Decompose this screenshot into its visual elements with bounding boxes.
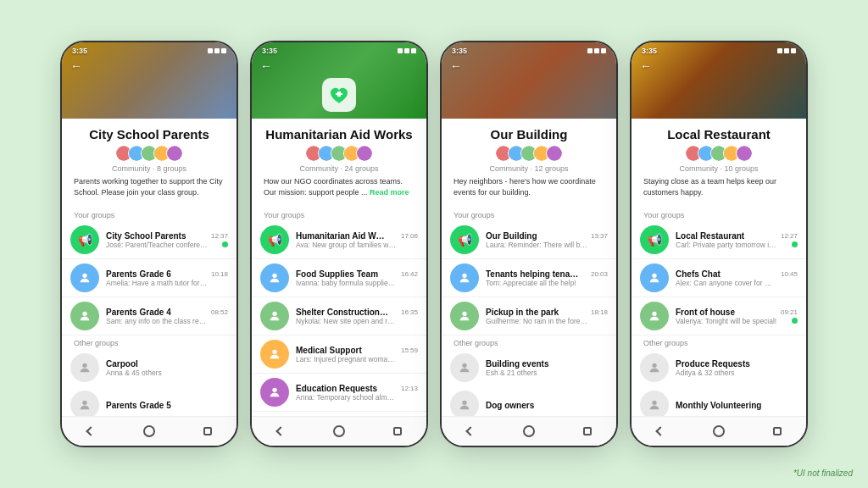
nav-recents-button[interactable] [200,424,215,439]
svg-point-13 [652,312,656,316]
group-item[interactable]: Parents Grade 610:18Amelia: Have a math … [62,259,236,297]
other-group-name: Monthly Volunteering [676,401,798,410]
community-subtitle: Community · 8 groups [74,164,225,173]
svg-point-8 [462,274,466,278]
svg-point-14 [652,363,656,368]
back-button[interactable]: ← [70,59,82,73]
group-time: 10:45 [781,270,798,278]
your-groups-label: Your groups [252,208,426,221]
svg-point-5 [272,312,276,316]
nav-home-button[interactable] [521,424,537,439]
group-name: Pickup in the park [486,308,559,317]
group-message: José: Parent/Teacher conferences ... [106,241,208,249]
other-group-item[interactable]: Building eventsEsh & 21 others [442,349,616,386]
disclaimer-text: *UI not finalized [793,469,853,478]
nav-home-button[interactable] [331,424,347,439]
nav-back-button[interactable] [463,424,478,439]
group-info: Humanitarian Aid Works17:06Ava: New grou… [296,231,418,249]
group-item[interactable]: Shelter Construction Team16:35Nykolai: N… [252,297,426,336]
phone-header-our-building: 3:35← [442,42,616,119]
other-group-item[interactable]: CarpoolAnna & 45 others [62,349,236,386]
nav-back-button[interactable] [273,424,288,439]
group-time: 13:37 [591,232,608,240]
back-button[interactable]: ← [260,59,272,73]
status-time: 3:35 [642,47,657,55]
unread-indicator [792,318,798,324]
other-group-item[interactable]: Monthly Volunteering [632,386,806,416]
group-item[interactable]: Tenants helping tenants20:03Tom: Appreci… [442,259,616,297]
community-info: Humanitarian Aid WorksCommunity · 24 gro… [252,119,426,208]
status-icons [398,48,416,53]
group-item[interactable]: Medical Support15:59Lars: Injured pregna… [252,336,426,374]
group-item[interactable]: 📢Humanitarian Aid Works17:06Ava: New gro… [252,221,426,259]
nav-recents-button[interactable] [580,424,595,439]
group-time: 12:27 [781,232,798,240]
back-button[interactable]: ← [450,59,462,73]
group-name: Front of house [676,308,735,317]
community-info: Local RestaurantCommunity · 10 groupsSta… [632,119,806,208]
other-group-item[interactable]: Produce RequestsAditya & 32 others [632,349,806,386]
phone-nav [252,416,426,446]
phone-humanitarian-aid: 3:35←Humanitarian Aid WorksCommunity · 2… [250,41,428,447]
group-name: Our Building [486,231,537,241]
other-group-info: Dog owners [486,401,608,410]
status-time: 3:35 [452,47,467,55]
community-subtitle: Community · 24 groups [264,164,415,173]
group-name: Tenants helping tenants [486,269,579,279]
community-title: Humanitarian Aid Works [264,127,415,141]
svg-point-15 [652,401,656,405]
other-groups-label: Other groups [442,336,616,349]
status-time: 3:35 [262,47,277,55]
group-info: Medical Support15:59Lars: Injured pregna… [296,346,418,363]
group-item[interactable]: Education Requests12:13Anna: Temporary s… [252,374,426,412]
group-name: Shelter Construction Team [296,308,389,317]
svg-point-3 [82,401,86,405]
other-group-item[interactable]: Parents Grade 5 [62,386,236,416]
status-bar: 3:35 [72,47,226,55]
community-subtitle: Community · 10 groups [643,164,794,173]
group-item[interactable]: Front of house09:21Valeriya: Tonight wil… [632,297,806,336]
phone-our-building: 3:35←Our BuildingCommunity · 12 groupsHe… [440,41,618,447]
phone-nav [442,416,616,446]
phone-header-local-restaurant: 3:35← [632,42,806,119]
group-item[interactable]: Pickup in the park18:18Guilherme: No rai… [442,297,616,336]
group-time: 12:13 [401,385,418,392]
nav-recents-button[interactable] [770,424,785,439]
group-time: 20:03 [591,270,608,278]
phone-nav [632,416,806,446]
read-more-link[interactable]: Read more [368,188,409,197]
nav-back-button[interactable] [83,424,98,439]
group-item[interactable]: Chefs Chat10:45Alex: Can anyone cover fo… [632,259,806,297]
community-title: City School Parents [74,127,225,141]
group-item[interactable]: 📢Our Building13:37Laura: Reminder: There… [442,221,616,259]
other-group-item[interactable]: Dog owners [442,386,616,416]
community-info: City School ParentsCommunity · 8 groupsP… [62,119,236,208]
group-name: Education Requests [296,384,377,393]
group-item[interactable]: Parents Grade 408:52Sam: any info on the… [62,297,236,336]
nav-recents-button[interactable] [390,424,405,439]
phone-content: City School ParentsCommunity · 8 groupsP… [62,119,236,416]
other-group-info: Monthly Volunteering [676,401,798,410]
group-message: Ivanna: baby formula supplies running ..… [296,279,398,287]
phones-row: 3:35←City School ParentsCommunity · 8 gr… [43,24,825,464]
nav-home-button[interactable] [711,424,726,439]
group-time: 12:37 [211,232,228,240]
group-item[interactable]: 📢City School Parents12:37José: Parent/Te… [62,221,236,259]
other-group-info: Building eventsEsh & 21 others [486,359,608,377]
group-message: Sam: any info on the class recital? [106,317,208,325]
group-info: Education Requests12:13Anna: Temporary s… [296,384,418,402]
nav-home-button[interactable] [142,424,157,439]
your-groups-label: Your groups [62,208,236,221]
group-info: Front of house09:21Valeriya: Tonight wil… [676,308,798,325]
group-item[interactable]: 📢Local Restaurant12:27Carl: Private part… [632,221,806,259]
status-icons [208,48,226,53]
back-button[interactable]: ← [640,59,652,73]
phone-content: Humanitarian Aid WorksCommunity · 24 gro… [252,119,426,416]
nav-back-button[interactable] [653,424,668,439]
group-item[interactable]: Food Supplies Team16:42Ivanna: baby form… [252,259,426,297]
group-name: Local Restaurant [676,231,744,241]
group-info: City School Parents12:37José: Parent/Tea… [106,231,228,249]
group-name: Food Supplies Team [296,269,378,279]
group-message: Valeriya: Tonight will be special! [676,317,776,325]
group-info: Tenants helping tenants20:03Tom: Appreci… [486,269,608,287]
